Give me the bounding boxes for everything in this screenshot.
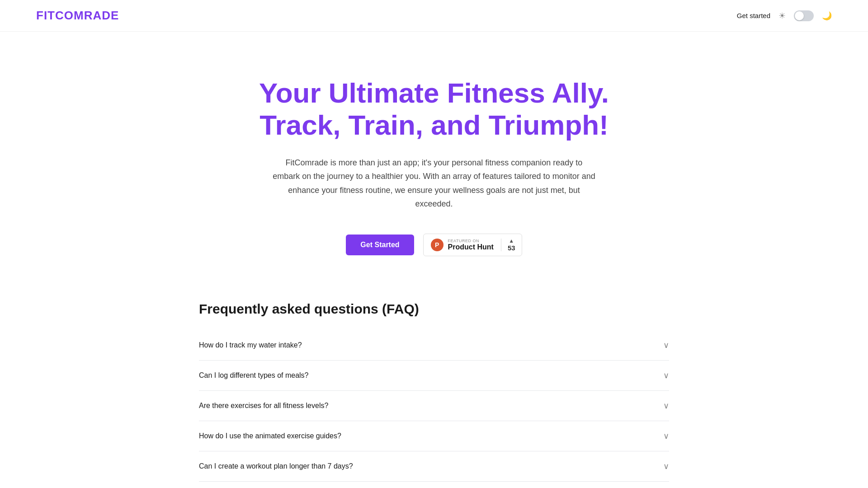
ph-text-group: FEATURED ON Product Hunt (448, 239, 494, 251)
faq-question: How do I use the animated exercise guide… (199, 432, 341, 440)
product-hunt-icon: P (431, 239, 443, 251)
faq-item[interactable]: What kind of equipment exercises are ava… (199, 482, 669, 488)
ph-left: P FEATURED ON Product Hunt (424, 239, 501, 251)
faq-question: How do I track my water intake? (199, 341, 302, 349)
ph-name: Product Hunt (448, 243, 494, 251)
product-hunt-badge[interactable]: P FEATURED ON Product Hunt ▲ 53 (423, 234, 522, 256)
chevron-down-icon: ∨ (663, 340, 669, 350)
hero-section: Your Ultimate Fitness Ally. Track, Train… (0, 32, 868, 292)
toggle-thumb (795, 11, 804, 20)
logo[interactable]: FITCOMRADE (36, 9, 119, 23)
nav-right: Get started ☀ 🌙 (737, 10, 832, 21)
faq-item[interactable]: How do I track my water intake?∨ (199, 330, 669, 361)
faq-item[interactable]: Can I create a workout plan longer than … (199, 451, 669, 482)
theme-toggle[interactable] (794, 10, 814, 21)
sun-icon: ☀ (778, 11, 786, 21)
chevron-down-icon: ∨ (663, 401, 669, 411)
faq-title: Frequently asked questions (FAQ) (199, 301, 669, 317)
navbar: FITCOMRADE Get started ☀ 🌙 (0, 0, 868, 32)
ph-count: 53 (508, 244, 515, 252)
chevron-down-icon: ∨ (663, 371, 669, 380)
nav-get-started-link[interactable]: Get started (737, 12, 770, 19)
faq-question: Can I log different types of meals? (199, 371, 309, 380)
faq-question: Can I create a workout plan longer than … (199, 462, 353, 470)
hero-title: Your Ultimate Fitness Ally. Track, Train… (259, 77, 609, 141)
faq-section: Frequently asked questions (FAQ) How do … (0, 292, 868, 488)
faq-list: How do I track my water intake?∨Can I lo… (199, 330, 669, 488)
faq-item[interactable]: Can I log different types of meals?∨ (199, 361, 669, 391)
hero-title-line1: Your Ultimate Fitness Ally. (259, 77, 609, 108)
moon-icon: 🌙 (822, 11, 832, 21)
get-started-button[interactable]: Get Started (346, 235, 414, 255)
ph-featured-on: FEATURED ON (448, 239, 494, 243)
ph-right: ▲ 53 (501, 238, 522, 252)
chevron-down-icon: ∨ (663, 461, 669, 471)
faq-item[interactable]: Are there exercises for all fitness leve… (199, 391, 669, 421)
hero-title-line2: Track, Train, and Triumph! (259, 109, 609, 141)
faq-item[interactable]: How do I use the animated exercise guide… (199, 421, 669, 451)
hero-buttons: Get Started P FEATURED ON Product Hunt ▲… (346, 234, 522, 256)
chevron-down-icon: ∨ (663, 431, 669, 441)
faq-question: Are there exercises for all fitness leve… (199, 402, 328, 410)
ph-arrow-icon: ▲ (509, 238, 514, 244)
hero-subtitle: FitComrade is more than just an app; it'… (271, 156, 597, 211)
